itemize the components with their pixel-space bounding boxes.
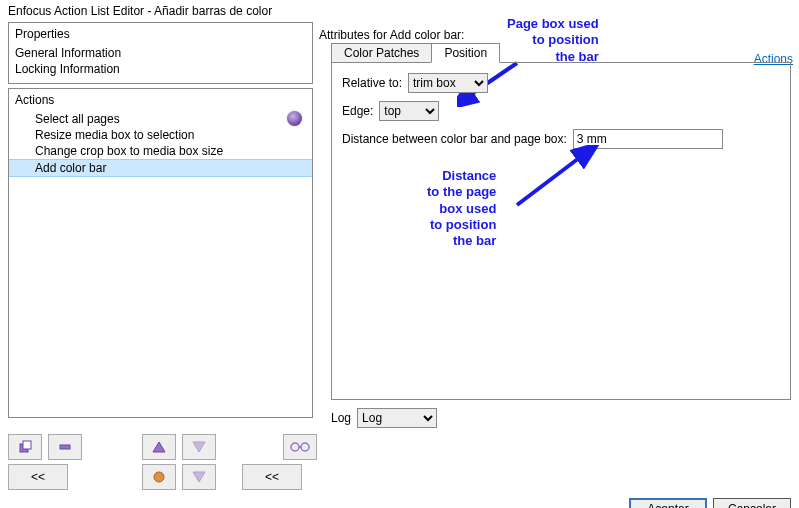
rewind-button-left[interactable]: << (8, 464, 68, 490)
svg-line-1 (517, 155, 583, 205)
glasses-icon (290, 441, 310, 453)
properties-title: Properties (15, 27, 306, 41)
distance-input[interactable] (573, 129, 723, 149)
left-panel: Properties General Information Locking I… (8, 22, 313, 428)
action-item[interactable]: Change crop box to media box size (9, 143, 312, 159)
toolbar-btn-2[interactable] (48, 434, 82, 460)
log-row: Log Log (331, 408, 791, 428)
position-panel: Color Patches Position Relative to: trim… (331, 62, 791, 400)
toolbar-btn-down2[interactable] (182, 464, 216, 490)
tab-color-patches[interactable]: Color Patches (331, 43, 432, 63)
svg-rect-4 (60, 445, 70, 449)
properties-item[interactable]: General Information (15, 45, 306, 61)
properties-item[interactable]: Locking Information (15, 61, 306, 77)
log-select[interactable]: Log (357, 408, 437, 428)
arrow-icon (507, 145, 607, 225)
right-panel: Attributes for Add color bar: Actions Pa… (319, 22, 791, 428)
action-item-selected[interactable]: Add color bar (9, 159, 312, 177)
annotation-bottom: Distance to the page box used to positio… (427, 168, 496, 249)
new-icon (18, 440, 32, 454)
action-item[interactable]: Resize media box to selection (9, 127, 312, 143)
rewind-button-right[interactable]: << (242, 464, 302, 490)
svg-marker-5 (153, 442, 165, 452)
attributes-label: Attributes for Add color bar: (319, 28, 791, 42)
relative-to-select[interactable]: trim box (408, 73, 488, 93)
actions-title: Actions (9, 89, 312, 111)
bottom-toolbar-row2: << << (0, 464, 799, 494)
svg-point-8 (301, 443, 309, 451)
accept-button[interactable]: Aceptar (629, 498, 707, 508)
edge-label: Edge: (342, 104, 373, 118)
distance-label: Distance between color bar and page box: (342, 132, 567, 146)
triangle-down-icon (192, 471, 206, 483)
window-title: Enfocus Action List Editor - Añadir barr… (0, 0, 799, 22)
svg-point-7 (291, 443, 299, 451)
properties-box: Properties General Information Locking I… (8, 22, 313, 84)
tab-position[interactable]: Position (431, 43, 500, 63)
relative-to-label: Relative to: (342, 76, 402, 90)
log-label: Log (331, 411, 351, 425)
toolbar-btn-record[interactable] (142, 464, 176, 490)
action-item[interactable]: Select all pages (9, 111, 312, 127)
minus-icon (58, 442, 72, 452)
toolbar-btn-down[interactable] (182, 434, 216, 460)
svg-marker-6 (193, 442, 205, 452)
svg-point-10 (154, 472, 164, 482)
actions-box: Actions Select all pages Resize media bo… (8, 88, 313, 418)
circle-icon (152, 470, 166, 484)
triangle-down-icon (192, 441, 206, 453)
orb-icon (287, 111, 302, 126)
bottom-toolbar (0, 428, 799, 464)
toolbar-btn-up[interactable] (142, 434, 176, 460)
svg-rect-3 (23, 441, 31, 449)
toolbar-btn-1[interactable] (8, 434, 42, 460)
triangle-up-icon (152, 441, 166, 453)
svg-marker-11 (193, 472, 205, 482)
toolbar-btn-glasses[interactable] (283, 434, 317, 460)
dialog-buttons: Aceptar Cancelar (0, 494, 799, 508)
cancel-button[interactable]: Cancelar (713, 498, 791, 508)
edge-select[interactable]: top (379, 101, 439, 121)
